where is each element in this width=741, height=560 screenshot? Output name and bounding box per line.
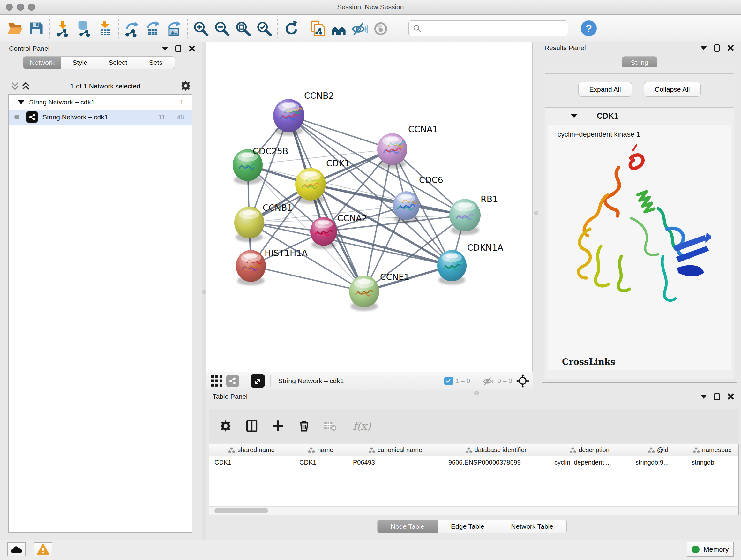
results-panel-float-icon[interactable]: [714, 44, 720, 52]
table-cell[interactable]: CDK1: [209, 456, 294, 469]
table-panel-close-icon[interactable]: [727, 393, 734, 400]
delete-column-button[interactable]: [295, 417, 313, 435]
cloud-status-button[interactable]: [7, 543, 25, 557]
delete-table-button[interactable]: [321, 417, 339, 435]
table-cell[interactable]: CDK1: [294, 456, 348, 469]
search-input[interactable]: [425, 24, 564, 32]
toolbar-separator: [245, 374, 246, 387]
import-table-file-button[interactable]: [94, 18, 116, 39]
export-image-button[interactable]: [163, 18, 185, 39]
collection-disclosure-icon[interactable]: [17, 100, 24, 105]
tab-node-table[interactable]: Node Table: [378, 520, 438, 533]
network-edge-HIST1H1A-CCNE1[interactable]: [251, 266, 364, 292]
save-session-button[interactable]: [25, 18, 47, 39]
zoom-out-button[interactable]: [211, 18, 232, 39]
expand-all-icon[interactable]: [20, 81, 31, 91]
table-options-button[interactable]: [217, 417, 234, 435]
tab-edge-table[interactable]: Edge Table: [438, 520, 498, 533]
network-canvas[interactable]: CCNB2CCNA1CDC25BCDK1CDC6RB1CCNB1CCNA2CDK…: [206, 42, 533, 372]
column-header-description[interactable]: description: [549, 444, 630, 456]
zoom-fit-button[interactable]: [232, 18, 253, 39]
show-columns-button[interactable]: [243, 417, 261, 435]
tab-select[interactable]: Select: [99, 57, 137, 69]
export-table-icon: [145, 20, 161, 37]
clone-network-button[interactable]: [307, 18, 328, 39]
zoom-in-button[interactable]: [190, 18, 211, 39]
network-edge-CDK1-RB1[interactable]: [311, 184, 465, 215]
warnings-button[interactable]: [34, 543, 52, 557]
main-toolbar: ?: [0, 15, 741, 42]
column-header-shared-name[interactable]: shared name: [209, 444, 294, 456]
table-cell[interactable]: stringdb: [686, 456, 738, 469]
toolbar-separator: [477, 374, 477, 387]
collapse-all-icon[interactable]: [10, 81, 20, 91]
show-all-button[interactable]: [370, 18, 391, 39]
help-button[interactable]: ?: [581, 20, 597, 37]
fit-selected-button[interactable]: [515, 373, 531, 388]
tab-style[interactable]: Style: [61, 57, 99, 69]
control-panel-float-icon[interactable]: [175, 45, 181, 52]
network-options-button[interactable]: [179, 80, 192, 92]
zoom-selected-icon: [256, 20, 272, 37]
left-splitter-handle[interactable]: [202, 290, 206, 294]
column-header-database-identifier[interactable]: database identifier: [443, 444, 549, 456]
create-column-button[interactable]: [269, 417, 287, 435]
column-header-canonical-name[interactable]: canonical name: [348, 444, 443, 456]
protein-disclosure-icon[interactable]: [570, 114, 578, 118]
table-panel-float-icon[interactable]: [714, 393, 720, 400]
network-node-HIST1H1A[interactable]: HIST1H1A: [236, 248, 308, 286]
control-panel-close-icon[interactable]: [188, 45, 195, 52]
string-expand-button[interactable]: [328, 18, 349, 39]
memory-button[interactable]: Memory: [687, 542, 734, 557]
zoom-selected-button[interactable]: [253, 18, 274, 39]
network-node-CDKN1A[interactable]: CDKN1A: [437, 243, 503, 285]
table-cell[interactable]: P06493: [348, 456, 443, 469]
tab-sets[interactable]: Sets: [137, 57, 175, 69]
network-node-CCNE1[interactable]: CCNE1: [349, 272, 409, 311]
import-network-file-button[interactable]: [52, 18, 73, 39]
protein-details-box: cyclin–dependent kinase 1: [548, 125, 731, 370]
table-cell[interactable]: stringdb:9...: [630, 456, 686, 469]
scrollbar-thumb[interactable]: [214, 508, 268, 513]
birds-eye-view-button[interactable]: [250, 373, 266, 388]
network-node-CDC25B[interactable]: CDC25B: [232, 146, 288, 185]
string-style-button[interactable]: [225, 373, 241, 388]
table-cell[interactable]: cyclin–dependent ...: [549, 456, 630, 469]
export-network-button[interactable]: [121, 18, 142, 39]
column-header--id[interactable]: @id: [630, 444, 686, 456]
houses-icon: [330, 20, 347, 37]
table-cell[interactable]: 9606.ENSP00000378699: [443, 456, 549, 469]
update-enrichment-button[interactable]: [280, 18, 301, 39]
network-edge-CCNA1-CCNE1[interactable]: [364, 149, 392, 292]
gear-icon: [219, 420, 232, 432]
function-builder-button[interactable]: f(x): [347, 417, 376, 435]
results-panel-minimize-icon[interactable]: [700, 46, 707, 50]
table-horizontal-scrollbar[interactable]: [209, 506, 738, 515]
column-header-name[interactable]: name: [294, 444, 348, 456]
column-header-namespac[interactable]: namespac: [686, 444, 738, 456]
import-network-database-button[interactable]: [73, 18, 94, 39]
network-edge-CCNB2-CCNE1[interactable]: [289, 116, 364, 292]
right-splitter-handle[interactable]: [534, 211, 538, 215]
show-grid-button[interactable]: [209, 373, 225, 388]
open-session-button[interactable]: [4, 18, 25, 39]
collapse-all-button[interactable]: Collapse All: [644, 82, 701, 97]
network-row[interactable]: String Network – cdk1 11 48: [9, 110, 192, 125]
control-panel-minimize-icon[interactable]: [162, 47, 168, 51]
selected-items-checkbox[interactable]: [444, 377, 453, 385]
tab-network-table[interactable]: Network Table: [498, 520, 566, 533]
network-graph[interactable]: CCNB2CCNA1CDC25BCDK1CDC6RB1CCNB1CCNA2CDK…: [206, 42, 533, 372]
network-node-CCNA1[interactable]: CCNA1: [377, 124, 438, 169]
table-row[interactable]: CDK1CDK1P064939606.ENSP00000378699cyclin…: [209, 456, 738, 469]
node-table[interactable]: shared namenamecanonical namedatabase id…: [209, 444, 739, 515]
expand-all-button[interactable]: Expand All: [578, 82, 632, 97]
network-node-RB1[interactable]: RB1: [449, 194, 498, 235]
network-node-CCNB1[interactable]: CCNB1: [234, 203, 293, 242]
hide-selected-button[interactable]: [349, 18, 370, 39]
table-panel-minimize-icon[interactable]: [700, 395, 707, 399]
network-collection-row[interactable]: String Network – cdk1 1: [9, 95, 192, 110]
tab-network[interactable]: Network: [23, 57, 61, 69]
export-table-button[interactable]: [142, 18, 163, 39]
search-field[interactable]: [408, 20, 568, 37]
results-panel-close-icon[interactable]: [727, 44, 734, 51]
